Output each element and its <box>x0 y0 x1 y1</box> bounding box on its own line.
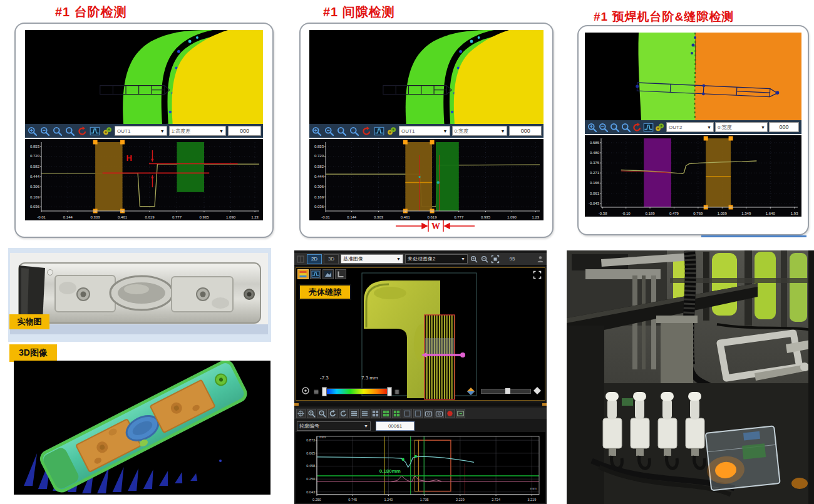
zoom-fit-icon[interactable] <box>52 126 63 136</box>
zoom-area-icon[interactable] <box>587 122 597 133</box>
height-colorbar[interactable] <box>322 388 391 394</box>
angle-view-icon[interactable] <box>335 269 346 279</box>
bracket-right-icon[interactable] <box>393 387 401 396</box>
export-icon[interactable] <box>456 409 465 418</box>
zoom-fit-icon[interactable] <box>336 126 347 136</box>
pan-icon[interactable] <box>296 409 306 418</box>
colorbar-max-handle[interactable] <box>387 387 392 396</box>
svg-text:0.777: 0.777 <box>172 215 182 219</box>
diamond-icon[interactable] <box>533 386 542 395</box>
colorbar-min-handle[interactable] <box>322 387 327 396</box>
bracket-left-icon[interactable] <box>312 387 320 396</box>
svg-text:0.144: 0.144 <box>347 215 357 219</box>
svg-text:-0.01: -0.01 <box>37 215 46 219</box>
rotate-left-icon[interactable] <box>328 409 337 418</box>
green-palette-icon[interactable] <box>381 409 391 418</box>
svg-text:0.935: 0.935 <box>199 215 209 219</box>
real-photo-label: 实物图 <box>9 314 49 329</box>
rotate-right-icon[interactable] <box>339 409 348 418</box>
range-min-label: -7.3 <box>320 375 329 381</box>
measure-tools-toolbar <box>294 408 547 419</box>
scrollbar-handle[interactable] <box>505 388 510 394</box>
zoom-fit-icon[interactable] <box>491 255 500 264</box>
reset-icon[interactable] <box>361 126 372 136</box>
reset-icon[interactable] <box>632 122 642 133</box>
profile-graph-icon[interactable] <box>374 126 384 136</box>
svg-text:0.458: 0.458 <box>306 464 315 468</box>
svg-text:0.720: 0.720 <box>314 154 324 158</box>
zoom-out-tool-icon[interactable] <box>598 122 609 133</box>
heightmap-view-icon[interactable] <box>297 269 309 279</box>
view-mode-buttons <box>297 269 346 279</box>
svg-text:2.229: 2.229 <box>456 498 465 501</box>
profile-number-value[interactable]: 00061 <box>376 421 415 431</box>
settings-icon[interactable] <box>102 126 113 136</box>
snapshot2-icon[interactable] <box>435 409 444 418</box>
profile-number-select[interactable]: 轮廓编号 ▼ <box>297 421 371 431</box>
svg-text:2.724: 2.724 <box>492 498 500 501</box>
layout-icon[interactable] <box>296 255 305 264</box>
svg-text:0.461: 0.461 <box>118 215 128 219</box>
zoom-in-icon[interactable] <box>470 255 478 264</box>
svg-text:1.735: 1.735 <box>420 498 429 501</box>
svg-text:0.375: 0.375 <box>590 161 600 165</box>
zoom-out-tool-icon[interactable] <box>39 126 50 136</box>
snapshot-icon[interactable] <box>424 409 433 418</box>
output-select[interactable]: OUT1 ▼ <box>115 126 167 136</box>
zoom-select-icon[interactable] <box>349 126 359 136</box>
svg-text:3.219: 3.219 <box>527 498 536 501</box>
preweld-detection-title: #1 预焊机台阶&缝隙检测 <box>594 9 734 25</box>
zoom-out-tool-icon[interactable] <box>324 126 334 136</box>
settings-icon[interactable] <box>386 126 397 136</box>
zoom-fit-icon[interactable] <box>609 122 620 133</box>
reset-icon[interactable] <box>77 126 88 136</box>
fullscreen-icon[interactable] <box>533 270 542 279</box>
measure-mode-select[interactable]: 0:宽度 ▼ <box>452 126 508 136</box>
profile-view-icon[interactable] <box>310 269 321 279</box>
divider-handle[interactable] <box>542 403 547 406</box>
surface-view-icon[interactable] <box>322 269 334 279</box>
zoom-select-icon[interactable] <box>64 126 75 136</box>
vision-software-panel: 2D 3D 基准图像 ▼ 未处理图像2 ▼ 95 <box>294 250 547 504</box>
chevron-down-icon: ▼ <box>761 125 765 130</box>
target-icon[interactable] <box>301 386 310 395</box>
view-scrollbar[interactable] <box>481 389 531 394</box>
zoom-out-icon[interactable] <box>317 409 327 418</box>
zoom-area-icon[interactable] <box>311 126 322 136</box>
measure-height-icon[interactable] <box>349 409 359 418</box>
base-image-select[interactable]: 基准图像 ▼ <box>341 254 403 264</box>
user-icon[interactable] <box>536 255 545 264</box>
layer2-icon[interactable] <box>413 409 423 418</box>
output-select[interactable]: OUT2 ▼ <box>666 122 714 132</box>
panel-divider <box>294 403 547 406</box>
palette-diamond-icon[interactable] <box>466 387 475 396</box>
svg-text:0.303: 0.303 <box>374 215 384 219</box>
measure-value-box[interactable]: 000 <box>769 122 799 132</box>
measure-mode-select[interactable]: 0:宽度 ▼ <box>715 122 768 132</box>
profile-graph-icon[interactable] <box>90 126 100 136</box>
gap-width-annotation: W <box>394 219 476 233</box>
zoom-select-icon[interactable] <box>621 122 631 133</box>
grid-icon[interactable] <box>371 409 380 418</box>
divider-handle[interactable] <box>294 403 299 406</box>
step-detection-card: OUT1 ▼ 1:高度差 ▼ 000 0.8530.7200.5820.4440… <box>14 23 274 238</box>
record-icon[interactable] <box>445 409 455 418</box>
zoom-out-icon[interactable] <box>480 255 489 264</box>
output-select[interactable]: OUT1 ▼ <box>399 126 450 136</box>
measure-width-icon[interactable] <box>360 409 369 418</box>
measure-value-box[interactable]: 000 <box>509 126 542 136</box>
measure-value-box[interactable]: 000 <box>228 126 261 136</box>
zoom-area-icon[interactable] <box>27 126 38 136</box>
measure-mode-select[interactable]: 1:高度差 ▼ <box>169 126 226 136</box>
svg-text:0.036: 0.036 <box>30 205 40 208</box>
profile-graph-icon[interactable] <box>643 122 654 133</box>
svg-text:0.745: 0.745 <box>348 498 357 501</box>
zoom-in-icon[interactable] <box>307 409 316 418</box>
tab-3d[interactable]: 3D <box>324 254 339 264</box>
layer-icon[interactable] <box>403 409 412 418</box>
settings-icon[interactable] <box>654 122 665 133</box>
tab-2d[interactable]: 2D <box>307 254 322 264</box>
green-palette2-icon[interactable] <box>392 409 401 418</box>
raw-image-select[interactable]: 未处理图像2 ▼ <box>405 254 468 264</box>
step-scan-image <box>25 30 263 124</box>
